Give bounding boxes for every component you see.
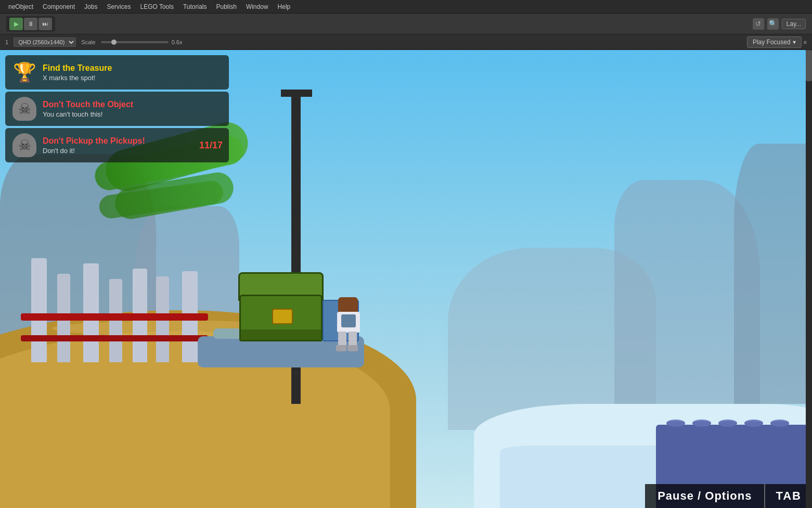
quest-title-2: Don't Touch the Object	[43, 100, 223, 109]
scale-thumb[interactable]	[111, 40, 117, 45]
scale-bar-container: 0.6x	[101, 39, 183, 45]
trophy-icon: 🏆	[13, 61, 36, 83]
treasure-chest	[239, 274, 323, 341]
play-focused-button[interactable]: Play Focused ▾	[747, 36, 802, 48]
pause-options-label: Pause / Options	[645, 484, 764, 508]
chest-body	[239, 295, 323, 341]
brick-stud-3	[718, 420, 737, 427]
quest-panel-2: Don't Touch the Object You can't touch t…	[5, 92, 229, 126]
viewport-scrollbar[interactable]	[806, 50, 812, 508]
quest-subtitle-2: You can't touch this!	[43, 110, 223, 118]
quest-overlay: 🏆 Find the Treasure X marks the spot! Do…	[5, 55, 229, 162]
brick-stud-4	[744, 420, 763, 427]
step-button[interactable]: ⏭	[38, 18, 52, 30]
quest-subtitle-3: Don't do it!	[43, 147, 194, 155]
toolbar-right: ↺ 🔍 Lay...	[753, 18, 806, 30]
menu-window[interactable]: Window	[242, 2, 273, 11]
pause-bar: Pause / Options TAB	[0, 484, 812, 508]
char-leg-right	[349, 332, 357, 346]
quest-text-2: Don't Touch the Object You can't touch t…	[43, 100, 223, 118]
stone-pillar-1	[31, 258, 47, 362]
skull-icon-2	[12, 97, 36, 121]
toolbar-left: ▶ ⏸ ⏭	[6, 16, 55, 32]
history-icon[interactable]: ↺	[753, 18, 764, 30]
game-viewport[interactable]: 🏆 Find the Treasure X marks the spot! Do…	[0, 50, 812, 508]
layers-button[interactable]: Lay...	[782, 19, 806, 29]
menu-bar: neObject Component Jobs Services LEGO To…	[0, 0, 812, 14]
quest-icon-1: 🏆	[11, 59, 37, 85]
quest-panel-3: Don't Pickup the Pickups! Don't do it! 1…	[5, 128, 229, 162]
quest-panel-1: 🏆 Find the Treasure X marks the spot!	[5, 55, 229, 90]
search-icon[interactable]: 🔍	[767, 18, 779, 30]
pause-button[interactable]: ⏸	[24, 18, 37, 30]
fence-rail-top	[21, 313, 208, 321]
chest-latch	[272, 309, 293, 324]
char-foot-right	[347, 345, 358, 351]
resolution-bar: 1 QHD (2560x1440) Scale 0.6x Play Focuse…	[0, 34, 812, 50]
menu-jobs[interactable]: Jobs	[80, 2, 101, 11]
menu-services[interactable]: Services	[102, 2, 135, 11]
char-leg-left	[338, 332, 346, 346]
toolbar: ▶ ⏸ ⏭ ↺ 🔍 Lay...	[0, 14, 812, 34]
quest-text-3: Don't Pickup the Pickups! Don't do it!	[43, 136, 194, 155]
brick-stud-5	[770, 420, 789, 427]
menu-tutorials[interactable]: Tutorials	[179, 2, 211, 11]
quest-icon-2	[11, 96, 37, 122]
tab-key-label: TAB	[764, 484, 812, 508]
player-character	[333, 297, 364, 354]
menu-component[interactable]: Component	[38, 2, 79, 11]
menu-help[interactable]: Help	[274, 2, 295, 11]
quest-count-3: 11/17	[199, 140, 223, 151]
char-head	[338, 297, 358, 313]
quest-title-1: Find the Treasure	[43, 63, 223, 73]
brick-stud-1	[666, 420, 685, 427]
quest-subtitle-1: X marks the spot!	[43, 74, 223, 82]
extra-controls-label: ≡	[804, 39, 807, 45]
resolution-number-label: 1	[5, 39, 8, 45]
menu-publish[interactable]: Publish	[212, 2, 241, 11]
play-controls: ▶ ⏸ ⏭	[6, 16, 55, 32]
scale-track[interactable]	[101, 41, 169, 43]
play-button[interactable]: ▶	[9, 18, 23, 30]
stone-pillar-4	[109, 279, 122, 362]
scrollbar-thumb[interactable]	[806, 50, 812, 81]
brick-stud-2	[692, 420, 711, 427]
quest-text-1: Find the Treasure X marks the spot!	[43, 63, 223, 82]
scale-value: 0.6x	[172, 39, 183, 45]
chest-stripe	[241, 329, 321, 340]
char-body	[337, 312, 360, 333]
quest-icon-3	[11, 132, 37, 158]
menu-gameobject[interactable]: neObject	[4, 2, 37, 11]
bg-cliff-edge	[734, 144, 812, 404]
skull-icon-3	[12, 133, 36, 157]
fence-rail-bottom	[21, 335, 208, 341]
pole-top-h	[281, 90, 312, 97]
scale-label: Scale	[81, 39, 96, 45]
stone-pillar-3	[83, 263, 99, 362]
quest-title-3: Don't Pickup the Pickups!	[43, 136, 194, 146]
char-foot-left	[336, 345, 346, 351]
menu-lego-tools[interactable]: LEGO Tools	[136, 2, 177, 11]
resolution-select[interactable]: QHD (2560x1440)	[14, 37, 76, 47]
